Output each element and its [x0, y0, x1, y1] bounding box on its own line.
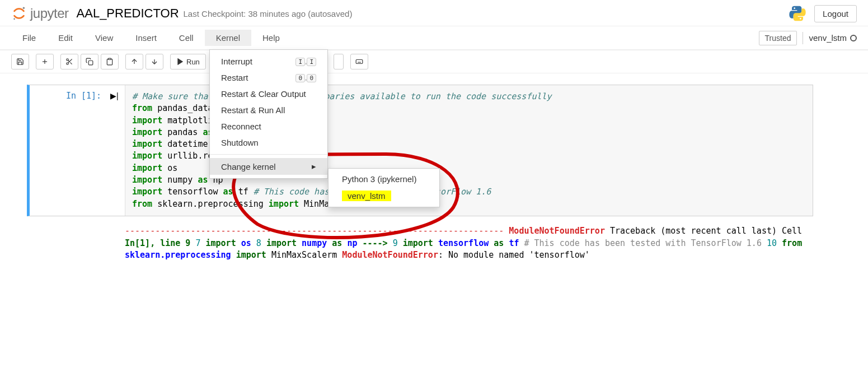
kernel-dropdown: Interrupt I,I Restart 0,0 Restart & Clea… — [209, 49, 328, 179]
kernel-reconnect-label: Reconnect — [221, 122, 261, 131]
logout-button[interactable]: Logout — [814, 5, 857, 22]
svg-rect-11 — [88, 61, 93, 65]
kernel-change-kernel[interactable]: Change kernel ▸ — [210, 158, 327, 175]
kernel-option-python3[interactable]: Python 3 (ipykernel) — [329, 171, 439, 187]
kernel-restart-shortcut: 0,0 — [295, 74, 316, 82]
svg-point-1 — [13, 18, 15, 20]
trusted-indicator[interactable]: Trusted — [759, 31, 797, 45]
kernel-option-python3-label: Python 3 (ipykernel) — [342, 174, 416, 184]
run-button-label: Run — [186, 58, 200, 66]
change-kernel-submenu: Python 3 (ipykernel) venv_lstm — [328, 168, 440, 207]
svg-point-0 — [23, 7, 25, 9]
paste-button[interactable] — [101, 54, 119, 69]
command-palette-button[interactable] — [350, 54, 368, 69]
kernel-restart-run-all-label: Restart & Run All — [221, 105, 285, 115]
play-icon — [176, 58, 184, 66]
move-down-button[interactable] — [146, 54, 163, 69]
final-error-msg: : No module named 'tensorflow' — [438, 250, 590, 260]
kernel-restart-label: Restart — [221, 73, 248, 82]
header: jupyter AAL_PREDICTOR Last Checkpoint: 3… — [0, 0, 868, 26]
kernel-shutdown-label: Shutdown — [221, 138, 259, 147]
cell-label: Cell — [782, 226, 802, 236]
jupyter-icon — [11, 6, 27, 21]
in-label: In[1], line 9 — [125, 238, 190, 248]
kernel-interrupt-label: Interrupt — [221, 57, 252, 66]
menu-insert[interactable]: Insert — [124, 30, 168, 46]
prompt-area: In [1]: ▶| — [30, 85, 125, 216]
keyboard-icon — [355, 58, 363, 66]
svg-point-2 — [794, 7, 795, 9]
kernel-reconnect[interactable]: Reconnect — [210, 118, 327, 134]
save-button[interactable] — [11, 54, 29, 69]
kernel-status-icon — [850, 35, 857, 41]
kernel-restart-clear[interactable]: Restart & Clear Output — [210, 86, 327, 102]
jupyter-logo-text: jupyter — [30, 6, 69, 21]
arrow-down-icon — [151, 58, 158, 66]
copy-icon — [86, 58, 93, 66]
notebook-name[interactable]: AAL_PREDICTOR — [77, 6, 179, 21]
plus-icon — [41, 58, 49, 66]
paste-icon — [106, 58, 114, 66]
svg-rect-16 — [356, 60, 363, 64]
toolbar: Run — [0, 50, 868, 73]
menu-kernel[interactable]: Kernel — [205, 30, 251, 46]
cut-button[interactable] — [60, 54, 78, 69]
error-dashline: ----------------------------------------… — [125, 226, 504, 236]
menu-separator — [210, 154, 327, 155]
svg-point-7 — [67, 63, 69, 65]
svg-point-3 — [800, 18, 801, 20]
menu-cell[interactable]: Cell — [168, 30, 205, 46]
kernel-option-venv-lstm[interactable]: venv_lstm — [329, 187, 439, 205]
kernel-shutdown[interactable]: Shutdown — [210, 134, 327, 151]
save-icon — [16, 58, 24, 66]
menu-help[interactable]: Help — [251, 30, 291, 46]
menu-file[interactable]: File — [11, 30, 47, 46]
cell-type-select[interactable] — [334, 54, 344, 69]
run-button[interactable]: Run — [170, 54, 206, 69]
kernel-restart-clear-label: Restart & Clear Output — [221, 89, 306, 99]
menu-view[interactable]: View — [84, 30, 124, 46]
final-error-name: ModuleNotFoundError — [342, 250, 438, 260]
jupyter-logo[interactable]: jupyter — [11, 6, 69, 21]
svg-rect-12 — [109, 58, 111, 59]
menubar: File Edit View Insert Cell Kernel Help T… — [0, 26, 868, 50]
cut-icon — [65, 58, 73, 66]
chevron-right-icon: ▸ — [312, 161, 316, 171]
cell-prompt: In [1]: — [66, 91, 101, 101]
svg-marker-15 — [178, 59, 182, 65]
menu-edit[interactable]: Edit — [47, 30, 84, 46]
kernel-interrupt-shortcut: I,I — [295, 58, 316, 66]
python-icon — [789, 4, 806, 22]
svg-point-6 — [67, 59, 69, 61]
copy-button[interactable] — [81, 54, 98, 69]
checkpoint-status: Last Checkpoint: 38 minutes ago (autosav… — [184, 9, 353, 18]
kernel-restart[interactable]: Restart 0,0 — [210, 69, 327, 86]
add-cell-button[interactable] — [36, 54, 54, 69]
svg-line-9 — [70, 62, 72, 64]
traceback-label: Traceback (most recent call last) — [605, 226, 777, 236]
svg-line-10 — [68, 61, 69, 62]
arrow-up-icon — [130, 58, 138, 66]
error-name: ModuleNotFoundError — [509, 226, 605, 236]
kernel-change-kernel-label: Change kernel — [221, 162, 276, 171]
move-up-button[interactable] — [125, 54, 143, 69]
kernel-restart-run-all[interactable]: Restart & Run All — [210, 102, 327, 118]
kernel-option-venv-lstm-label: venv_lstm — [342, 191, 391, 201]
run-indicator-icon[interactable]: ▶| — [110, 91, 117, 100]
kernel-name-text: venv_lstm — [809, 33, 847, 43]
kernel-interrupt[interactable]: Interrupt I,I — [210, 53, 327, 69]
kernel-name-display[interactable]: venv_lstm — [809, 33, 857, 43]
cell-output: ----------------------------------------… — [27, 216, 813, 262]
